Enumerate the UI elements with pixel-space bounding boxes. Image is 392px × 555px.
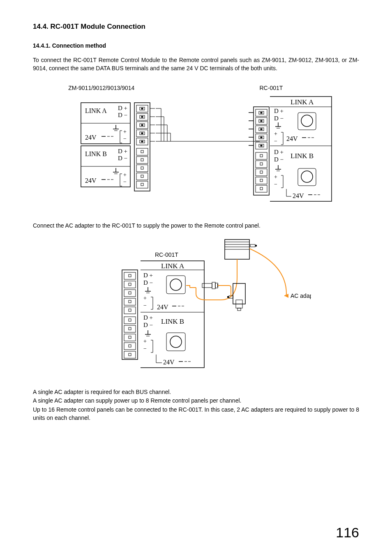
fig2-dminus-b: D − bbox=[143, 322, 153, 328]
fig2-linkb: LINK B bbox=[161, 318, 184, 325]
paragraph-1: To connect the RC-001T Remote Control Mo… bbox=[33, 56, 359, 72]
svg-rect-22 bbox=[141, 150, 143, 153]
rc-dminus-b: D − bbox=[274, 156, 284, 163]
svg-rect-89 bbox=[255, 245, 257, 246]
svg-rect-82 bbox=[129, 274, 131, 277]
figure-1: ZM-9011/9012/9013/9014 RC-001T LINK A D … bbox=[33, 85, 359, 210]
svg-point-76 bbox=[170, 336, 182, 348]
fig2-linka: LINK A bbox=[161, 262, 184, 270]
section-title: 14.4. RC-001T Module Connection bbox=[33, 23, 359, 31]
zm-dminus-a: D − bbox=[118, 112, 127, 118]
svg-point-38 bbox=[301, 115, 313, 127]
svg-rect-88 bbox=[250, 244, 255, 247]
fig1-right-label: RC-001T bbox=[170, 85, 356, 91]
svg-point-45 bbox=[301, 171, 313, 182]
fig2-minus-a: − bbox=[143, 302, 147, 309]
svg-rect-81 bbox=[124, 272, 136, 279]
zm-plus-a: + bbox=[123, 129, 127, 135]
page-number: 116 bbox=[336, 525, 359, 541]
svg-rect-80 bbox=[122, 270, 138, 359]
fig2-24v-b: 24V bbox=[163, 359, 175, 366]
paragraph-3c: Up to 16 Remote control panels can be co… bbox=[33, 406, 359, 422]
fig2-svg: RC-001T LINK A D + D − + − 24V D + D − L… bbox=[81, 236, 311, 376]
paragraph-3a: A single AC adapter is required for each… bbox=[33, 388, 359, 396]
svg-point-70 bbox=[170, 279, 182, 290]
rc-dminus-a: D − bbox=[274, 115, 284, 122]
paragraph-2: Connect the AC adapter to the RC-001T to… bbox=[33, 222, 359, 230]
rc-plus-a: + bbox=[274, 131, 277, 137]
svg-rect-50 bbox=[254, 107, 269, 195]
svg-rect-95 bbox=[233, 283, 245, 304]
fig1-left-label: ZM-9011/9012/9013/9014 bbox=[33, 85, 170, 91]
fig2-rc-label: RC-001T bbox=[155, 251, 178, 258]
svg-rect-19 bbox=[141, 108, 143, 109]
svg-rect-53 bbox=[261, 112, 262, 113]
fig2-dplus-b: D + bbox=[143, 314, 153, 321]
zm-minus-a: − bbox=[123, 136, 127, 142]
svg-rect-56 bbox=[260, 154, 263, 157]
zm-dplus-a: D + bbox=[118, 105, 127, 111]
rc-linka: LINK A bbox=[291, 98, 314, 106]
zm-dplus-b: D + bbox=[118, 148, 127, 154]
fig2-ac-label: AC adapter bbox=[291, 292, 311, 299]
svg-rect-90 bbox=[202, 283, 212, 288]
svg-rect-21 bbox=[136, 148, 148, 155]
fig2-dminus-a: D − bbox=[143, 279, 153, 286]
fig1-svg: LINK A D + D − 24V + − LINK B D + bbox=[52, 94, 340, 210]
svg-rect-97 bbox=[238, 308, 241, 311]
fig2-24v-a: 24V bbox=[157, 304, 168, 311]
zm-minus-b: − bbox=[123, 179, 127, 185]
svg-rect-91 bbox=[212, 282, 215, 289]
zm-plus-b: + bbox=[123, 172, 127, 178]
rc-linkb: LINK B bbox=[291, 152, 314, 160]
zm-linkb: LINK B bbox=[85, 150, 107, 157]
svg-rect-99 bbox=[227, 296, 229, 298]
figure-2: RC-001T LINK A D + D − + − 24V D + D − L… bbox=[33, 236, 359, 376]
subsection-title: 14.4.1. Connection method bbox=[33, 42, 359, 49]
svg-rect-55 bbox=[256, 152, 267, 159]
fig2-dplus-a: D + bbox=[143, 272, 153, 279]
rc-dplus-b: D + bbox=[274, 149, 284, 155]
svg-rect-16 bbox=[134, 103, 150, 191]
zm-dminus-b: D − bbox=[118, 155, 127, 161]
svg-rect-75 bbox=[166, 333, 185, 351]
rc-minus-b: − bbox=[274, 181, 277, 187]
rc-24v-a: 24V bbox=[286, 135, 298, 142]
fig2-plus-a: + bbox=[143, 295, 147, 301]
fig2-plus-b: + bbox=[143, 338, 147, 344]
zm-linka: LINK A bbox=[85, 107, 107, 114]
rc-minus-a: − bbox=[274, 138, 277, 144]
svg-rect-69 bbox=[166, 276, 185, 294]
zm-24v-b: 24V bbox=[85, 177, 97, 184]
rc-dplus-a: D + bbox=[274, 108, 284, 114]
paragraph-3b: A single AC adapter can supply power up … bbox=[33, 397, 359, 405]
fig2-minus-b: − bbox=[143, 345, 147, 352]
zm-24v-a: 24V bbox=[85, 134, 97, 141]
rc-plus-b: + bbox=[274, 174, 277, 180]
rc-24v-b: 24V bbox=[293, 192, 304, 199]
